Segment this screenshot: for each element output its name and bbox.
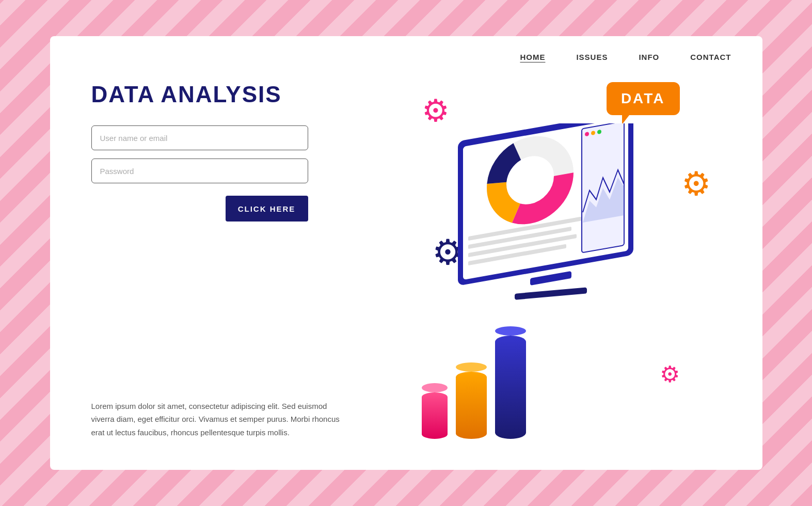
cylinder-pink	[422, 383, 448, 439]
cylinder-navy-top	[495, 326, 526, 336]
cylinder-pink-top	[422, 383, 448, 392]
navigation: HOME ISSUES INFO CONTACT	[50, 36, 762, 61]
nav-issues[interactable]: ISSUES	[576, 53, 608, 61]
nav-info[interactable]: INFO	[639, 53, 659, 61]
click-here-button[interactable]: CLICK HERE	[226, 196, 308, 222]
left-panel: DATA ANALYSIS CLICK HERE Lorem ipsum dol…	[91, 61, 360, 470]
cylinder-pink-body	[422, 392, 448, 439]
data-bubble: DATA	[607, 82, 680, 115]
password-input[interactable]	[91, 159, 308, 183]
nav-home[interactable]: HOME	[520, 53, 545, 61]
monitor-illustration	[442, 123, 659, 361]
right-panel: ⚙ ⚙ ⚙ ⚙ DATA	[360, 61, 721, 470]
cylinders	[422, 326, 526, 439]
cylinder-navy-body	[495, 336, 526, 439]
main-card: HOME ISSUES INFO CONTACT DATA ANALYSIS C…	[50, 36, 762, 470]
gear-orange-right-icon: ⚙	[681, 165, 711, 203]
cylinder-navy	[495, 326, 526, 439]
body-text: Lorem ipsum dolor sit amet, consectetur …	[91, 400, 349, 439]
svg-rect-17	[515, 288, 587, 300]
svg-rect-16	[530, 271, 571, 286]
cylinder-orange-top	[456, 362, 487, 372]
cylinder-orange	[456, 362, 487, 439]
username-input[interactable]	[91, 125, 308, 150]
cylinder-orange-body	[456, 372, 487, 439]
page-title: DATA ANALYSIS	[91, 82, 360, 107]
nav-contact[interactable]: CONTACT	[690, 53, 731, 61]
gear-pink-bottom-icon: ⚙	[660, 361, 680, 387]
content-area: DATA ANALYSIS CLICK HERE Lorem ipsum dol…	[50, 61, 762, 470]
